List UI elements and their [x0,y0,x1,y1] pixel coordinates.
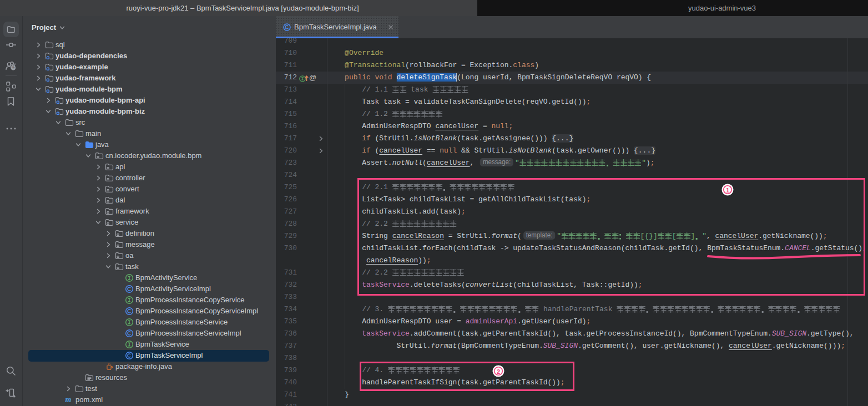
svg-text:1: 1 [726,187,729,194]
svg-text:2: 2 [497,368,500,375]
